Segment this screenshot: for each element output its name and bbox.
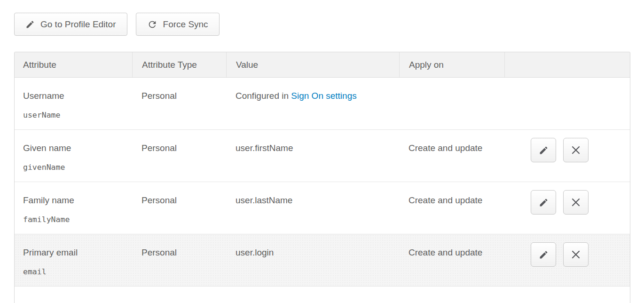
table-row-family-name: Family name familyName Personal user.las…: [15, 182, 630, 234]
attribute-type-cell: Personal: [132, 78, 226, 129]
column-header-attribute: Attribute: [15, 52, 132, 77]
attribute-mapping-table: Attribute Attribute Type Value Apply on …: [14, 52, 630, 303]
force-sync-button[interactable]: Force Sync: [136, 13, 220, 36]
delete-attribute-button[interactable]: [563, 242, 589, 267]
table-header-row: Attribute Attribute Type Value Apply on: [15, 52, 630, 78]
column-header-actions: [504, 52, 630, 77]
attribute-variable-name: email: [23, 266, 123, 278]
actions-cell-empty: [504, 78, 630, 129]
attribute-variable-name: familyName: [23, 214, 123, 225]
attribute-variable-name: userName: [23, 110, 123, 121]
delete-attribute-button[interactable]: [563, 190, 589, 215]
apply-on-cell: Create and update: [399, 182, 504, 234]
actions-cell: [504, 182, 630, 234]
edit-attribute-button[interactable]: [531, 242, 556, 267]
value-cell: user.login: [226, 234, 399, 286]
attribute-label: Primary email: [23, 247, 78, 257]
value-prefix-text: Configured in: [236, 91, 291, 101]
attribute-cell: Username userName: [15, 78, 132, 129]
apply-on-cell: [399, 78, 504, 129]
delete-attribute-button[interactable]: [563, 138, 589, 162]
column-header-value: Value: [226, 52, 399, 77]
sign-on-settings-link[interactable]: Sign On settings: [291, 91, 356, 101]
column-header-apply-on: Apply on: [399, 52, 504, 77]
attribute-variable-name: givenName: [23, 162, 123, 173]
attribute-label: Given name: [23, 143, 71, 153]
apply-on-cell: Create and update: [399, 130, 504, 182]
edit-attribute-button[interactable]: [531, 138, 556, 162]
value-cell: user.firstName: [226, 130, 399, 182]
value-cell: user.lastName: [226, 182, 399, 234]
value-cell: Configured in Sign On settings: [226, 78, 399, 129]
sync-icon: [147, 19, 157, 30]
go-to-profile-editor-label: Go to Profile Editor: [40, 19, 116, 30]
apply-on-cell: Create and update: [399, 234, 504, 286]
edit-attribute-button[interactable]: [531, 190, 556, 215]
close-icon: [571, 198, 581, 207]
attribute-label: Username: [23, 91, 64, 101]
attribute-cell: Family name familyName: [15, 182, 132, 234]
pencil-icon: [539, 250, 549, 260]
attribute-label: Family name: [23, 195, 74, 205]
table-row-username: Username userName Personal Configured in…: [15, 78, 630, 130]
attribute-type-cell: Personal: [132, 130, 226, 182]
table-row-primary-email: Primary email email Personal user.login …: [15, 234, 630, 287]
column-header-attribute-type: Attribute Type: [132, 52, 226, 77]
attribute-cell: Primary email email: [15, 234, 132, 286]
attribute-type-cell: Personal: [132, 234, 226, 286]
pencil-icon: [539, 198, 549, 207]
pencil-icon: [539, 145, 549, 155]
toolbar: Go to Profile Editor Force Sync: [14, 13, 644, 36]
table-row-partial: [15, 287, 630, 303]
attribute-type-cell: Personal: [132, 182, 226, 234]
go-to-profile-editor-button[interactable]: Go to Profile Editor: [14, 13, 127, 36]
attribute-cell: Given name givenName: [15, 130, 132, 182]
force-sync-label: Force Sync: [163, 19, 208, 30]
actions-cell: [504, 234, 630, 286]
close-icon: [571, 145, 581, 155]
table-row-given-name: Given name givenName Personal user.first…: [15, 130, 630, 182]
actions-cell: [504, 130, 630, 182]
pencil-icon: [25, 20, 35, 29]
close-icon: [571, 250, 581, 259]
